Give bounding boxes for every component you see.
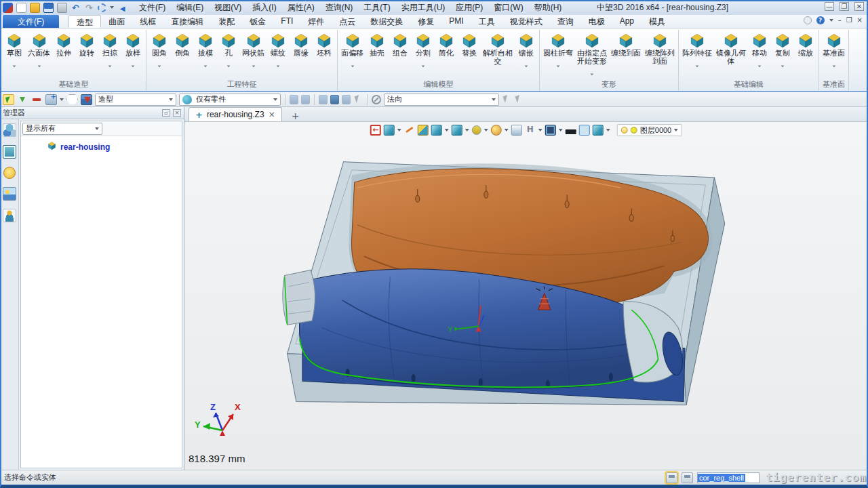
ribbon-tab-16[interactable]: App [612,15,642,28]
new-tab-button[interactable]: + [286,110,305,121]
ribbon-button-2-3[interactable]: 分割 [412,30,435,79]
ribbon-tab-5[interactable]: 钣金 [242,15,273,28]
ribbon-button-1-4[interactable]: 网状筋 [240,30,267,79]
dropdown-caret-icon[interactable] [37,58,41,62]
ribbon-button-3-1[interactable]: 由指定点开始变形 [575,30,609,79]
render-icon[interactable] [491,125,502,136]
ribbon-button-3-3[interactable]: 缠绕阵列到面 [643,30,677,79]
visibility-icon[interactable] [452,125,462,136]
ribbon-button-1-1[interactable]: 倒角 [171,30,194,79]
ribbon-button-4-0[interactable]: 阵列特征 [680,30,714,79]
ribbon-tab-8[interactable]: 点云 [332,15,363,28]
ribbon-button-4-3[interactable]: 复制 [771,30,794,79]
layer-selector[interactable]: 图层0000 [617,124,682,136]
collapse-icon[interactable] [117,3,127,13]
shade-modes-icon[interactable] [418,125,429,136]
manager-close-button[interactable]: × [173,109,181,117]
ribbon-tab-11[interactable]: PMI [441,15,471,28]
new-file-icon[interactable] [16,3,26,13]
ribbon-button-0-3[interactable]: 旋转 [75,30,98,79]
ribbon-tab-4[interactable]: 装配 [211,15,242,28]
ribbon-button-4-4[interactable]: 缩放 [794,30,817,79]
background-icon[interactable] [511,125,522,136]
ribbon-button-0-1[interactable]: 六面体 [26,30,52,79]
stack-middle-icon[interactable] [330,95,339,104]
ribbon-button-1-5[interactable]: 螺纹 [267,30,290,79]
ribbon-button-1-6[interactable]: 唇缘 [290,30,313,79]
ribbon-button-0-0[interactable]: 草图 [3,30,26,79]
regen-icon[interactable] [98,3,106,12]
undo-icon[interactable] [71,3,81,13]
ribbon-button-0-5[interactable]: 放样 [121,30,144,79]
add-display-icon[interactable] [17,94,28,105]
insert-image-icon[interactable] [45,94,57,105]
dropdown-caret-icon[interactable] [12,58,16,62]
redo-icon[interactable] [84,3,94,13]
menu-item-4[interactable]: 属性(A) [283,1,319,15]
document-tab-close-icon[interactable]: × [269,110,275,119]
normal-combo[interactable]: 法向 [384,94,499,106]
help-caret-icon[interactable] [829,19,833,22]
ribbon-button-4-2[interactable]: 移动 [748,30,771,79]
dropdown-caret-icon[interactable] [351,58,355,62]
pick-point-icon[interactable] [502,95,511,104]
menu-item-10[interactable]: 帮助(H) [530,1,567,15]
align-vertical-icon[interactable] [301,95,310,104]
assembly-manager-icon[interactable] [3,145,16,159]
minimize-button[interactable]: — [825,2,834,11]
menu-item-0[interactable]: 文件(F) [134,1,170,15]
menu-item-1[interactable]: 编辑(E) [172,1,208,15]
ribbon-tab-14[interactable]: 查询 [550,15,581,28]
ribbon-button-3-2[interactable]: 缠绕到面 [609,30,643,79]
manager-pin-button[interactable]: ▫ [162,109,170,117]
viewport-canvas[interactable]: Y [184,122,868,470]
role-icon[interactable] [3,209,16,222]
select-tool-icon[interactable] [3,94,14,105]
ribbon-button-2-6[interactable]: 解析自相交 [481,30,515,79]
dropdown-caret-icon[interactable] [695,58,699,62]
menu-item-7[interactable]: 实用工具(U) [397,1,450,15]
doc-restore-button[interactable]: ❐ [846,16,852,24]
ribbon-button-2-7[interactable]: 镶嵌 [515,30,538,79]
edge-display-icon[interactable] [566,129,576,134]
stack-top-icon[interactable] [319,95,328,104]
insert-image-caret-icon[interactable] [60,98,64,101]
restore-button[interactable]: ❐ [840,2,849,11]
ribbon-button-2-5[interactable]: 替换 [458,30,481,79]
menu-item-8[interactable]: 应用(P) [451,1,488,15]
ribbon-button-4-1[interactable]: 镜像几何体 [714,30,748,79]
ribbon-button-2-0[interactable]: 面偏移 [339,30,366,79]
view-manager-icon[interactable] [3,187,16,201]
ribbon-button-3-0[interactable]: 圆柱折弯 [541,30,575,79]
menu-item-5[interactable]: 查询(N) [321,1,358,15]
ribbon-tab-15[interactable]: 电极 [581,15,612,28]
ribbon-tab-3[interactable]: 直接编辑 [163,15,211,28]
align-horizontal-icon[interactable] [290,95,298,104]
plane-display-icon[interactable] [579,125,590,136]
ribbon-tab-17[interactable]: 模具 [642,15,673,28]
display-mode-icon[interactable] [431,125,442,136]
close-button[interactable]: ✕ [854,2,864,11]
save-icon[interactable] [43,3,54,13]
scope-combo[interactable]: 仅有零件 [179,94,281,106]
scene-icon[interactable] [545,125,556,136]
grid-display-toggle-icon[interactable] [682,472,693,483]
ribbon-tab-12[interactable]: 工具 [471,15,502,28]
ribbon-tab-10[interactable]: 修复 [410,15,441,28]
ribbon-button-2-1[interactable]: 抽壳 [366,30,389,79]
pick-entity-icon[interactable] [514,95,524,104]
shape-filter-combo[interactable]: 造型 [95,94,176,106]
file-menu-button[interactable]: 文件(F) [3,15,59,28]
ribbon-button-1-2[interactable]: 拔模 [194,30,217,79]
pick-prev-icon[interactable] [353,95,363,104]
ribbon-button-2-2[interactable]: 组合 [389,30,412,79]
doc-minimize-button[interactable]: – [838,16,842,24]
ribbon-button-5-0[interactable]: 基准面 [821,30,847,79]
tree-item-0[interactable]: rear-housing [21,139,182,155]
layer-manager-icon[interactable] [3,167,16,179]
ribbon-button-0-4[interactable]: 扫掠 [98,30,121,79]
ribbon-button-1-0[interactable]: 圆角 [148,30,171,79]
polygon-select-icon[interactable] [66,94,78,105]
help-icon[interactable]: ? [816,16,825,24]
dropdown-caret-icon[interactable] [556,58,560,62]
